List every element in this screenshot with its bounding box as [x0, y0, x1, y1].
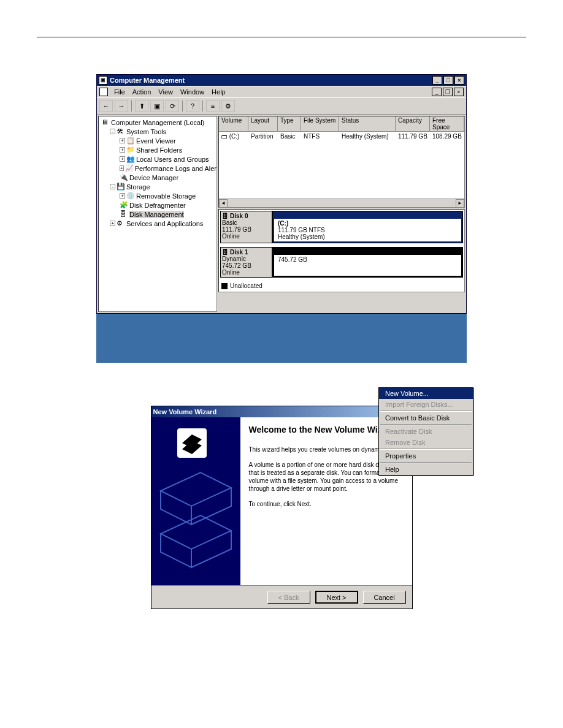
tree-perf-logs[interactable]: +📈Performance Logs and Alerts: [99, 164, 216, 173]
col-layout[interactable]: Layout: [248, 116, 278, 131]
collapse-icon[interactable]: -: [110, 184, 115, 189]
col-capacity[interactable]: Capacity: [396, 116, 430, 131]
ctx-reactivate: Reactivate Disk: [379, 426, 473, 437]
disk0-partition[interactable]: (C:) 111.79 GB NTFS Healthy (System): [272, 211, 463, 243]
menu-file[interactable]: File: [110, 87, 129, 97]
settings-button[interactable]: ⚙: [221, 100, 235, 112]
disk1-type: Dynamic: [222, 256, 270, 262]
disk0-type: Basic: [222, 219, 270, 226]
mdi-close-button[interactable]: ×: [454, 88, 464, 96]
legend: Unallocated: [220, 281, 463, 290]
collapse-icon[interactable]: -: [110, 129, 115, 134]
ctx-new-volume[interactable]: New Volume...: [379, 388, 473, 399]
computer-icon: 🖥: [101, 118, 110, 127]
disk1-info[interactable]: 🗄Disk 1 Dynamic 745.72 GB Online: [220, 247, 272, 278]
hscrollbar[interactable]: ◄►: [219, 199, 464, 207]
properties-button[interactable]: ▣: [150, 100, 164, 112]
disk-icon: 🗄: [222, 213, 228, 219]
disk1-state: Online: [222, 269, 270, 276]
nav-back-button[interactable]: ←: [99, 100, 113, 112]
next-button[interactable]: Next >: [315, 591, 358, 604]
ctx-import-foreign: Import Foreign Disks...: [379, 399, 473, 410]
disk0-size: 111.79 GB: [222, 226, 270, 233]
volume-header: Volume Layout Type File System Status Ca…: [219, 116, 464, 132]
tree-storage[interactable]: -💾Storage: [99, 182, 216, 191]
app-icon: ▣: [99, 76, 107, 85]
storage-icon: 💾: [117, 183, 125, 191]
nav-tree[interactable]: 🖥Computer Management (Local) -🛠System To…: [98, 116, 217, 312]
expand-icon[interactable]: +: [120, 147, 125, 153]
folder-icon: 📁: [126, 146, 135, 154]
col-type[interactable]: Type: [278, 116, 301, 131]
context-menu: New Volume... Import Foreign Disks... Co…: [378, 387, 473, 476]
ctx-help[interactable]: Help: [379, 464, 473, 475]
refresh-button[interactable]: ⟳: [166, 100, 179, 112]
col-fs[interactable]: File System: [301, 116, 339, 131]
cm-title: Computer Management: [110, 77, 185, 84]
expand-icon[interactable]: +: [120, 193, 125, 199]
volume-list[interactable]: Volume Layout Type File System Status Ca…: [218, 116, 465, 208]
maximize-button[interactable]: □: [443, 76, 453, 85]
back-button: < Back: [267, 591, 310, 604]
wizard-text-3: To continue, click Next.: [249, 500, 402, 508]
wizard-banner: [151, 417, 240, 585]
mdi-restore-button[interactable]: ❐: [443, 88, 453, 96]
wizard-button-row: < Back Next > Cancel: [151, 586, 412, 609]
volume-row[interactable]: 🗃 (C:) Partition Basic NTFS Healthy (Sys…: [219, 132, 464, 141]
tree-event-viewer[interactable]: +📋Event Viewer: [99, 136, 216, 145]
disk0-part-name: (C:): [278, 220, 458, 227]
tree-system-tools[interactable]: -🛠System Tools: [99, 127, 216, 136]
cell-type: Basic: [278, 132, 301, 140]
tree-device-mgr[interactable]: 🔌Device Manager: [99, 173, 216, 182]
users-icon: 👥: [126, 155, 135, 164]
event-icon: 📋: [126, 137, 135, 145]
expand-icon[interactable]: +: [110, 221, 115, 226]
menu-window[interactable]: Window: [177, 87, 208, 97]
tree-services[interactable]: +⚙Services and Applications: [99, 219, 216, 228]
cancel-button[interactable]: Cancel: [363, 591, 406, 604]
perf-icon: 📈: [125, 164, 134, 173]
mdi-minimize-button[interactable]: _: [432, 88, 442, 96]
computer-management-window: ▣ Computer Management _ □ × File Action …: [96, 74, 467, 314]
expand-icon[interactable]: +: [120, 165, 124, 171]
disk1-row[interactable]: 🗄Disk 1 Dynamic 745.72 GB Online 745.72 …: [220, 247, 463, 278]
disk0-row[interactable]: 🗄Disk 0 Basic 111.79 GB Online (C:) 111.…: [220, 211, 463, 243]
tree-defrag[interactable]: 🧩Disk Defragmenter: [99, 200, 216, 210]
cm-titlebar[interactable]: ▣ Computer Management _ □ ×: [97, 75, 466, 86]
col-status[interactable]: Status: [339, 116, 396, 131]
tree-shared-folders[interactable]: +📁Shared Folders: [99, 145, 216, 154]
col-volume[interactable]: Volume: [219, 116, 248, 131]
menu-action[interactable]: Action: [129, 87, 155, 97]
expand-icon[interactable]: +: [120, 156, 125, 162]
nav-forward-button[interactable]: →: [115, 100, 128, 112]
ctx-properties[interactable]: Properties: [379, 450, 473, 461]
menu-help[interactable]: Help: [208, 87, 229, 97]
minimize-button[interactable]: _: [432, 76, 442, 85]
tree-local-users[interactable]: +👥Local Users and Groups: [99, 154, 216, 164]
disk-stack-icon: [151, 417, 240, 585]
nvw-titlebar[interactable]: New Volume Wizard ×: [151, 406, 412, 417]
disk0-part-detail: 111.79 GB NTFS: [278, 227, 458, 233]
tree-removable[interactable]: +💿Removable Storage: [99, 191, 216, 200]
cell-status: Healthy (System): [339, 132, 396, 140]
tools-icon: 🛠: [117, 127, 125, 136]
disk1-size: 745.72 GB: [222, 262, 270, 269]
disk1-partition[interactable]: 745.72 GB: [272, 247, 463, 278]
services-icon: ⚙: [117, 219, 125, 228]
close-button[interactable]: ×: [454, 76, 464, 85]
nvw-title: New Volume Wizard: [153, 408, 217, 415]
menu-view[interactable]: View: [155, 87, 177, 97]
removable-icon: 💿: [126, 192, 135, 200]
tree-diskmgmt[interactable]: 🗄Disk Management: [99, 210, 216, 219]
col-free[interactable]: Free Space: [430, 116, 464, 131]
help-button[interactable]: ?: [186, 100, 199, 112]
view-button[interactable]: ≡: [206, 100, 220, 112]
disk0-info[interactable]: 🗄Disk 0 Basic 111.79 GB Online: [220, 211, 272, 243]
tree-root[interactable]: 🖥Computer Management (Local): [99, 118, 216, 127]
up-button[interactable]: ⬆: [135, 100, 148, 112]
disk1-part-detail: 745.72 GB: [278, 256, 458, 263]
ctx-convert-basic[interactable]: Convert to Basic Disk: [379, 412, 473, 423]
expand-icon[interactable]: +: [120, 138, 125, 143]
device-icon: 🔌: [120, 173, 128, 182]
disk-graphical-view[interactable]: 🗄Disk 0 Basic 111.79 GB Online (C:) 111.…: [218, 209, 465, 292]
